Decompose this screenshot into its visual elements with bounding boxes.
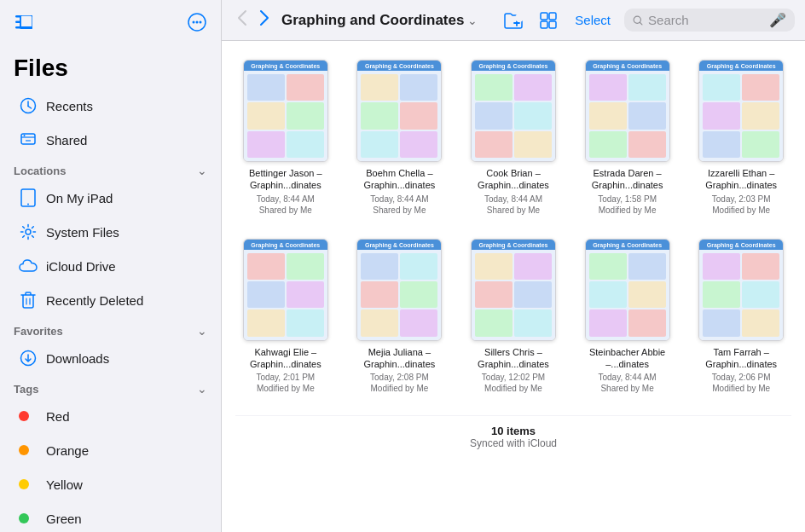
file-date: Today, 8:44 AM (598, 372, 656, 384)
file-thumbnail: Graphing & Coordinates (243, 239, 328, 341)
sidebar-item-tag-orange[interactable]: Orange (5, 434, 216, 466)
file-thumbnail: Graphing & Coordinates (698, 239, 784, 341)
file-date: Today, 8:44 AM (257, 194, 315, 205)
locations-chevron-icon[interactable]: ⌄ (197, 164, 207, 177)
svg-rect-30 (549, 21, 556, 28)
forward-button[interactable] (254, 8, 275, 32)
ipad-icon (19, 188, 38, 207)
file-thumbnail-body (699, 250, 783, 340)
file-name: Tam Farrah –Graphin...dinates (705, 346, 777, 371)
sidebar-item-system-files[interactable]: System Files (5, 216, 216, 248)
file-thumbnail: Graphing & Coordinates (585, 239, 670, 341)
file-meta-shared: Shared by Me (259, 205, 312, 215)
download-icon (19, 349, 38, 367)
sync-status: Synced with iCloud (235, 437, 791, 449)
main-content: Graphing and Coordinates ⌄ (222, 0, 805, 532)
gear-icon (19, 223, 38, 241)
file-date: Today, 12:02 PM (482, 372, 545, 384)
sidebar-item-icloud-drive[interactable]: iCloud Drive (5, 250, 216, 282)
sidebar-item-tag-red[interactable]: Red (5, 400, 216, 432)
favorites-chevron-icon[interactable]: ⌄ (197, 324, 207, 338)
file-date: Today, 2:08 PM (370, 372, 429, 384)
sidebar-item-recently-deleted[interactable]: Recently Deleted (5, 284, 216, 316)
file-item[interactable]: Graphing & Coordinates Steinbacher Abbie… (577, 234, 678, 399)
sidebar-item-recents[interactable]: Recents (5, 90, 216, 122)
search-icon (633, 14, 643, 27)
svg-point-19 (26, 229, 31, 234)
tags-chevron-icon[interactable]: ⌄ (197, 382, 207, 396)
file-meta-shared: Modified by Me (712, 205, 770, 215)
file-thumbnail-header: Graphing & Coordinates (357, 240, 441, 250)
back-button[interactable] (232, 8, 252, 32)
file-item[interactable]: Graphing & Coordinates Mejia Juliana –Gr… (350, 234, 450, 399)
sidebar-title: Files (0, 41, 221, 89)
sidebar-item-downloads-label: Downloads (46, 351, 109, 366)
file-date: Today, 2:03 PM (712, 194, 771, 205)
file-thumbnail-body (472, 250, 555, 340)
toolbar-title-area: Graphing and Coordinates ⌄ (281, 12, 493, 29)
file-thumbnail-header: Graphing & Coordinates (244, 61, 327, 71)
file-thumbnail: Graphing & Coordinates (585, 60, 670, 162)
file-item[interactable]: Graphing & Coordinates Bettinger Jason –… (235, 55, 336, 220)
sidebar-item-recently-deleted-label: Recently Deleted (46, 293, 143, 308)
view-toggle-button[interactable] (536, 8, 561, 33)
file-meta-shared: Modified by Me (712, 384, 770, 393)
file-thumbnail-body (586, 250, 669, 340)
sidebar-item-icloud-drive-label: iCloud Drive (46, 259, 116, 274)
file-thumbnail-header: Graphing & Coordinates (586, 61, 669, 71)
file-date: Today, 8:44 AM (484, 194, 542, 205)
toolbar-title-text: Graphing and Coordinates (281, 12, 464, 29)
file-name: Boehm Chella –Graphin...dinates (364, 167, 436, 192)
search-input[interactable] (648, 13, 764, 27)
file-thumbnail: Graphing & Coordinates (698, 60, 784, 162)
svg-point-26 (515, 14, 524, 22)
file-meta-shared: Modified by Me (599, 205, 657, 215)
file-item[interactable]: Graphing & Coordinates Boehm Chella –Gra… (350, 55, 450, 220)
file-item[interactable]: Graphing & Coordinates Kahwagi Elie –Gra… (235, 234, 336, 399)
file-thumbnail-body (472, 71, 555, 161)
file-item[interactable]: Graphing & Coordinates Cook Brian –Graph… (463, 55, 564, 220)
file-thumbnail-header: Graphing & Coordinates (472, 61, 555, 71)
file-thumbnail: Graphing & Coordinates (471, 239, 556, 341)
tag-green-dot (19, 509, 38, 528)
toolbar: Graphing and Coordinates ⌄ (222, 0, 805, 41)
sidebar-item-tag-green[interactable]: Green (5, 502, 216, 532)
file-thumbnail-header: Graphing & Coordinates (699, 61, 783, 71)
sidebar-more-button[interactable] (182, 7, 212, 38)
file-grid-container: Graphing & Coordinates Bettinger Jason –… (222, 41, 805, 532)
search-bar: 🎤 (624, 9, 795, 32)
sidebar-item-shared[interactable]: Shared (5, 124, 216, 156)
sidebar-collapse-button[interactable] (9, 7, 39, 38)
sidebar-item-downloads[interactable]: Downloads (5, 342, 216, 374)
file-name: Sillers Chris –Graphin...dinates (478, 346, 549, 371)
file-thumbnail-header: Graphing & Coordinates (244, 240, 327, 250)
sidebar-item-recents-label: Recents (46, 99, 93, 113)
file-meta-shared: Shared by Me (373, 205, 426, 215)
sidebar-item-on-my-ipad[interactable]: On My iPad (5, 182, 216, 214)
file-thumbnail: Graphing & Coordinates (471, 60, 556, 162)
file-meta-shared: Modified by Me (484, 384, 542, 393)
file-date: Today, 2:01 PM (256, 372, 315, 384)
file-meta-shared: Shared by Me (487, 205, 540, 215)
file-item[interactable]: Graphing & Coordinates Tam Farrah –Graph… (691, 234, 791, 399)
new-folder-button[interactable] (500, 8, 527, 33)
file-thumbnail-header: Graphing & Coordinates (357, 61, 441, 71)
tags-section-header[interactable]: Tags ⌄ (0, 375, 221, 399)
file-date: Today, 2:06 PM (712, 372, 771, 384)
select-button[interactable]: Select (570, 9, 616, 31)
sidebar: Files Recents Shared Locations ⌄ (0, 0, 222, 532)
locations-section-header[interactable]: Locations ⌄ (0, 157, 221, 181)
svg-point-18 (27, 204, 29, 205)
sidebar-top-bar (0, 0, 221, 41)
toolbar-title-chevron-icon[interactable]: ⌄ (467, 14, 478, 27)
favorites-section-header[interactable]: Favorites ⌄ (0, 317, 221, 341)
sidebar-item-tag-yellow[interactable]: Yellow (5, 468, 216, 500)
file-item[interactable]: Graphing & Coordinates Izzarelli Ethan –… (691, 55, 791, 220)
file-thumbnail-body (699, 71, 783, 161)
file-item[interactable]: Graphing & Coordinates Sillers Chris –Gr… (463, 234, 564, 399)
microphone-icon[interactable]: 🎤 (769, 12, 786, 28)
file-meta-shared: Modified by Me (370, 384, 428, 393)
file-name: Cook Brian –Graphin...dinates (478, 167, 549, 192)
file-item[interactable]: Graphing & Coordinates Estrada Daren –Gr… (577, 55, 678, 220)
file-name: Kahwagi Elie –Graphin...dinates (250, 346, 321, 371)
